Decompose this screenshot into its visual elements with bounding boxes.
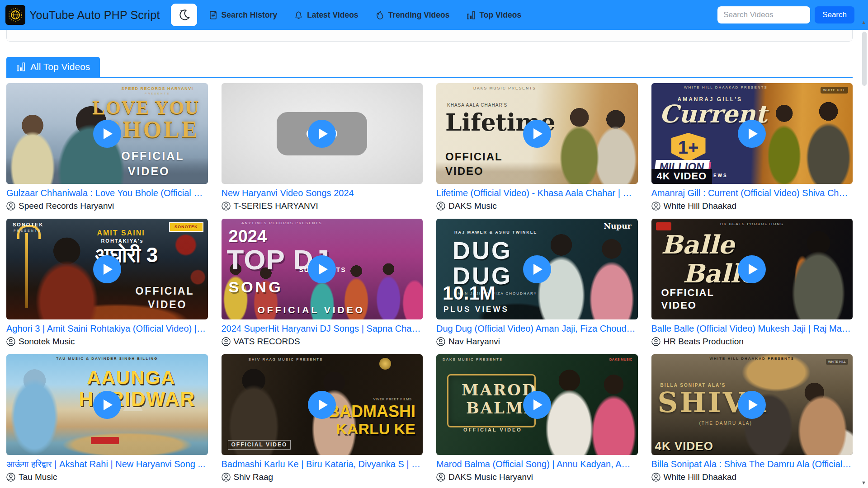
play-button[interactable] [93, 255, 121, 283]
video-thumbnail[interactable]: WHITE HILL DHAAKAD PRESENTSWHITE HILLBIL… [651, 354, 853, 455]
channel-name: Tau Music [19, 472, 57, 482]
thumb-text-logo: WHITE HILL [821, 87, 848, 94]
tab-label: All Top Videos [30, 61, 90, 72]
play-icon [749, 264, 758, 275]
video-thumbnail[interactable]: TAU MUSIC & DAVINDER SINGH BILLINGAAUNGA… [6, 354, 208, 455]
thumb-text-t1: BADMASHI [328, 403, 415, 420]
video-title-link[interactable]: आऊंगा हरिद्वार | Akshat Rahi | New Harya… [6, 459, 208, 469]
thumb-text-sub: VIVEK PREET FILMS [373, 398, 412, 401]
scrollbar-thumb[interactable] [862, 32, 867, 86]
play-icon [104, 128, 113, 139]
channel-row: HR Beats Production [651, 336, 853, 347]
video-card: ANYTIMES RECORDS PRESENTS2024TOP DJSUPER… [222, 219, 423, 347]
video-thumbnail[interactable]: ANYTIMES RECORDS PRESENTS2024TOP DJSUPER… [222, 219, 423, 319]
search-input[interactable] [717, 6, 810, 23]
thumb-text-pres: SPEED RECORDS HARYANVI [111, 87, 204, 91]
nav-label: Top Videos [479, 10, 521, 20]
video-card: SPEED RECORDS HARYANVIPRESENTSLOVE YOUBH… [6, 83, 208, 211]
video-title-link[interactable]: Amanraj Gill : Current (Official Video) … [651, 188, 853, 198]
person-circle-icon [222, 202, 231, 211]
thumb-text-badge1: 10.1M [443, 283, 495, 303]
play-button[interactable] [738, 120, 766, 148]
brand[interactable]: YouTube Auto PHP Script [5, 5, 160, 25]
play-button[interactable] [523, 120, 551, 148]
channel-row: T-SERIES HARYANVI [222, 201, 423, 211]
thumb-text-badge2: PLUS VIEWS [443, 305, 509, 314]
play-button[interactable] [308, 391, 336, 419]
channel-row: White Hill Dhaakad [651, 472, 853, 482]
thumb-text-sub: KHASA AALA CHAHAR'S [447, 103, 507, 108]
channel-name: Speed Records Haryanvi [19, 201, 114, 211]
play-button[interactable] [738, 255, 766, 283]
person-circle-icon [651, 337, 660, 346]
thumb-text-logo: Nupur [604, 222, 631, 230]
bar-chart-icon [16, 62, 25, 71]
thumb-text-t1: Balle [661, 231, 735, 258]
play-button[interactable] [93, 120, 121, 148]
thumb-text-foot1: 4K VIDEO [655, 440, 713, 452]
video-title-link[interactable]: Billa Sonipat Ala : Shiva The Damru Ala … [651, 459, 853, 469]
person-circle-icon [651, 202, 660, 211]
thumb-text-logo: DAKS MUSIC [609, 358, 632, 361]
video-title-link[interactable]: 2024 SuperHit Haryanvi DJ Songs | Sapna … [222, 323, 423, 334]
video-thumbnail[interactable]: SONOTEKPRESENTSSONOTEKAMIT SAINIROHTAKIY… [6, 219, 208, 319]
play-button[interactable] [93, 391, 121, 419]
video-title-link[interactable]: Gulzaar Chhaniwala : Love You Bhole (Off… [6, 188, 208, 198]
play-icon [104, 264, 113, 275]
thumb-text-foot1: OFFICIAL VIDEO [258, 305, 365, 315]
nav-item-search-history[interactable]: Search History [209, 10, 278, 20]
play-icon [104, 399, 113, 410]
tab-all-top-videos[interactable]: All Top Videos [6, 57, 100, 77]
channel-row: Tau Music [6, 472, 208, 482]
video-thumbnail[interactable] [222, 83, 423, 184]
play-button[interactable] [523, 255, 551, 283]
video-thumbnail[interactable]: HR BEATS PRODUCTIONSBalleBalleOFFICIALVI… [651, 219, 853, 319]
person-circle-icon [6, 337, 15, 346]
play-icon [533, 399, 542, 410]
video-thumbnail[interactable]: DAKS MUSIC PRESENTSDAKS MUSICMARODBALMAO… [436, 354, 638, 455]
thumb-text-foot1: OFFICIAL [121, 150, 184, 162]
video-card: DAKS MUSIC PRESENTSDAKS MUSICMARODBALMAO… [436, 354, 638, 482]
main-nav: Search History Latest Videos Trending Vi… [209, 10, 522, 20]
video-title-link[interactable]: New Haryanvi Video Songs 2024 [222, 188, 423, 198]
video-title-link[interactable]: Badmashi Karlu Ke | Biru Kataria, Divyan… [222, 459, 423, 469]
video-thumbnail[interactable]: WHITE HILL DHAAKAD PRESENTSWHITE HILLAMA… [651, 83, 853, 184]
dark-mode-toggle-button[interactable] [171, 4, 197, 26]
video-card: SONOTEKPRESENTSSONOTEKAMIT SAINIROHTAKIY… [6, 219, 208, 347]
thumb-text-foot1: OFFICIAL [661, 287, 714, 298]
play-button[interactable] [738, 391, 766, 419]
play-icon [533, 264, 542, 275]
play-icon [749, 399, 758, 410]
video-title-link[interactable]: Lifetime (Official Video) - Khasa Aala C… [436, 188, 638, 198]
video-title-link[interactable]: Aghori 3 | Amit Saini Rohtakiya (Officia… [6, 323, 208, 334]
play-button[interactable] [308, 120, 336, 148]
video-thumbnail[interactable]: SHIV RAAG MUSIC PRESENTSVIVEK PREET FILM… [222, 354, 423, 455]
video-title-link[interactable]: Balle Balle (Official Video) Mukesh Jaji… [651, 323, 853, 334]
thumb-text-foot2: VIDEO [661, 300, 697, 310]
thumb-text-pres: HR BEATS PRODUCTIONS [651, 222, 853, 226]
fire-icon [376, 11, 384, 19]
scrollbar-up-arrow[interactable]: ▲ [861, 20, 866, 25]
person-circle-icon [436, 202, 445, 211]
video-title-link[interactable]: Dug Dug (Official Video) Aman Jaji, Fiza… [436, 323, 638, 334]
search-area: Search [717, 6, 854, 23]
video-thumbnail[interactable]: SPEED RECORDS HARYANVIPRESENTSLOVE YOUBH… [6, 83, 208, 184]
person-circle-icon [6, 473, 15, 482]
video-thumbnail[interactable]: RAJ MAWER & ASHU TWINKLENupurDUGDUGAMAN … [436, 219, 638, 319]
play-button[interactable] [308, 255, 336, 283]
video-thumbnail[interactable]: DAKS MUSIC PRESENTSKHASA AALA CHAHAR'SLi… [436, 83, 638, 184]
search-button[interactable]: Search [815, 6, 854, 23]
video-title-link[interactable]: Marod Balma (Official Song) | Annu Kadya… [436, 459, 638, 469]
nav-item-latest-videos[interactable]: Latest Videos [294, 10, 358, 20]
video-card: New Haryanvi Video Songs 2024 T-SERIES H… [222, 83, 423, 211]
play-button[interactable] [523, 391, 551, 419]
video-grid: SPEED RECORDS HARYANVIPRESENTSLOVE YOUBH… [6, 83, 853, 482]
nav-label: Latest Videos [307, 10, 358, 20]
brand-logo-icon [5, 5, 25, 25]
thumb-text-t2: KARLU KE [336, 421, 415, 437]
nav-item-trending-videos[interactable]: Trending Videos [376, 10, 450, 20]
journal-icon [209, 11, 217, 19]
scrollbar-down-arrow[interactable]: ▼ [861, 480, 866, 485]
channel-name: DAKS Music Haryanvi [448, 472, 533, 482]
nav-item-top-videos[interactable]: Top Videos [467, 10, 521, 20]
